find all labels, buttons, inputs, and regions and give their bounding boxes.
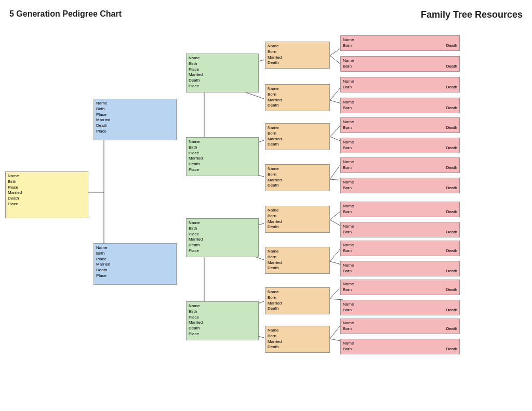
gen5-4: Name Born Death [340,117,460,133]
gen3-0: Name Birth Place Married Death Place [186,54,259,92]
gen2-bottom: Name Birth Place Married Death Place [94,243,177,285]
chart-title: 5 Generation Pedigree Chart [9,9,122,19]
gen3-3: Name Birth Place Married Death Place [186,301,259,340]
gen5-7: Name Born Death [340,178,460,193]
gen3-2: Name Birth Place Married Death Place [186,218,259,257]
gen5-9: Name Born Death [340,222,460,237]
gen4-4: Name Born Married Death [265,206,330,233]
gen5-14: Name Born Death [340,319,460,334]
gen4-6: Name Born Married Death [265,287,330,314]
gen4-7: Name Born Married Death [265,326,330,353]
gen4-3: Name Born Married Death [265,164,330,191]
gen3-1: Name Birth Place Married Death Place [186,137,259,176]
gen5-15: Name Born Death [340,339,460,354]
gen5-6: Name Born Death [340,157,460,173]
gen5-3: Name Born Death [340,98,460,113]
gen1-root: Name Birth Place Married Death Place [5,171,88,218]
gen5-11: Name Born Death [340,261,460,276]
gen4-1: Name Born Married Death [265,84,330,111]
gen5-8: Name Born Death [340,202,460,217]
gen4-2: Name Born Married Death [265,123,330,150]
gen4-0: Name Born Married Death [265,42,330,69]
gen5-10: Name Born Death [340,241,460,256]
gen5-13: Name Born Death [340,300,460,315]
gen2-top: Name Birth Place Married Death Place [94,99,177,140]
gen5-5: Name Born Death [340,138,460,153]
gen5-12: Name Born Death [340,280,460,295]
gen4-5: Name Born Married Death [265,247,330,274]
gen5-2: Name Born Death [340,77,460,92]
resources-title: Family Tree Resources [421,9,523,20]
gen5-0: Name Born Death [340,35,460,51]
gen5-1: Name Born Death [340,56,460,72]
